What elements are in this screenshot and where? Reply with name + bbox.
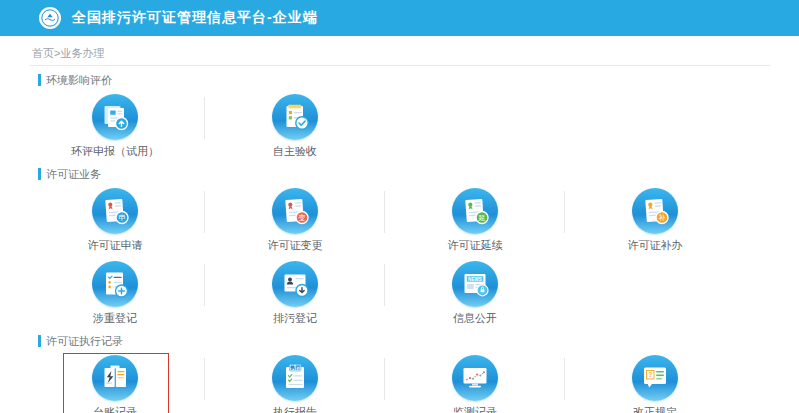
app-title: 全国排污许可证管理信息平台-企业端 [72,9,318,27]
clipboard-check-icon [272,94,318,140]
tile-label: 执行报告 [205,406,385,413]
tile-correction-rules[interactable]: ? 改正规定 [565,348,745,413]
tile-row: 涉重登记 排污登记 NEWS 信息公开 [25,254,799,327]
card-download-icon [272,261,318,307]
section-title: 许可证执行记录 [38,334,799,348]
app-header: 全国排污许可证管理信息平台-企业端 [0,0,799,36]
tile-execution-report[interactable]: 执行 执行报告 [205,348,385,413]
tile-heavy-metal-registration[interactable]: 涉重登记 [25,254,205,327]
tile-label: 监测记录 [385,406,565,413]
svg-text:?: ? [648,371,652,378]
svg-text:延: 延 [478,214,486,221]
tile-row: 环评申报（试用） 自主验收 [25,87,799,160]
tile-permit-change[interactable]: 变 许可证变更 [205,181,385,254]
business-sections: 环境影响评价 环评申报（试用） 自主验收许可证业务 申 许可证申请 [0,73,799,413]
tile-label: 自主验收 [205,145,385,158]
svg-text:变: 变 [298,214,306,222]
report-icon: 执行 [272,355,318,401]
tile-permit-renewal[interactable]: 延 许可证延续 [385,181,565,254]
emblem-icon [38,6,62,30]
checklist-plus-icon [92,261,138,307]
tile-discharge-registration[interactable]: 排污登记 [205,254,385,327]
section-title: 环境影响评价 [38,73,799,87]
news-icon: NEWS [452,261,498,307]
question-list-icon: ? [632,355,678,401]
section-title-text: 许可证业务 [46,167,101,182]
svg-text:执行: 执行 [289,364,301,371]
tile-label: 许可证变更 [205,239,385,252]
section-title-text: 环境影响评价 [46,73,112,88]
tile-label: 环评申报（试用） [25,145,205,158]
section-title: 许可证业务 [38,167,799,181]
ledger-icon [92,355,138,401]
tile-label: 许可证补办 [565,239,745,252]
section-title-bar [38,74,41,86]
tile-ledger-records[interactable]: 台账记录 [25,348,205,413]
tile-information-disclosure[interactable]: NEWS 信息公开 [385,254,565,327]
doc-upload-icon [92,94,138,140]
svg-text:NEWS: NEWS [468,277,482,282]
tile-eia-declaration[interactable]: 环评申报（试用） [25,87,205,160]
cert-icon: 变 [272,188,318,234]
tile-row: 台账记录 执行 执行报告 监测记录 ? 改正规定 [25,348,799,413]
tile-label: 涉重登记 [25,312,205,325]
cert-icon: 补 [632,188,678,234]
breadcrumb[interactable]: 首页>业务办理 [32,46,799,61]
cert-icon: 申 [92,188,138,234]
section-title-bar [38,168,41,180]
tile-label: 排污登记 [205,312,385,325]
tile-label: 信息公开 [385,312,565,325]
section-title-bar [38,335,41,347]
section-title-text: 许可证执行记录 [46,334,123,349]
tile-label: 台账记录 [25,406,205,413]
tile-self-acceptance[interactable]: 自主验收 [205,87,385,160]
tile-label: 改正规定 [565,406,745,413]
tile-monitoring-records[interactable]: 监测记录 [385,348,565,413]
tile-label: 许可证申请 [25,239,205,252]
monitor-chart-icon [452,355,498,401]
cert-icon: 延 [452,188,498,234]
tile-row: 申 许可证申请 变 许可证变更 延 许可证延续 [25,181,799,254]
svg-text:补: 补 [659,214,666,221]
tile-permit-apply[interactable]: 申 许可证申请 [25,181,205,254]
tile-permit-reissue[interactable]: 补 许可证补办 [565,181,745,254]
tile-label: 许可证延续 [385,239,565,252]
svg-text:申: 申 [119,214,126,221]
breadcrumb-divider [30,65,770,66]
